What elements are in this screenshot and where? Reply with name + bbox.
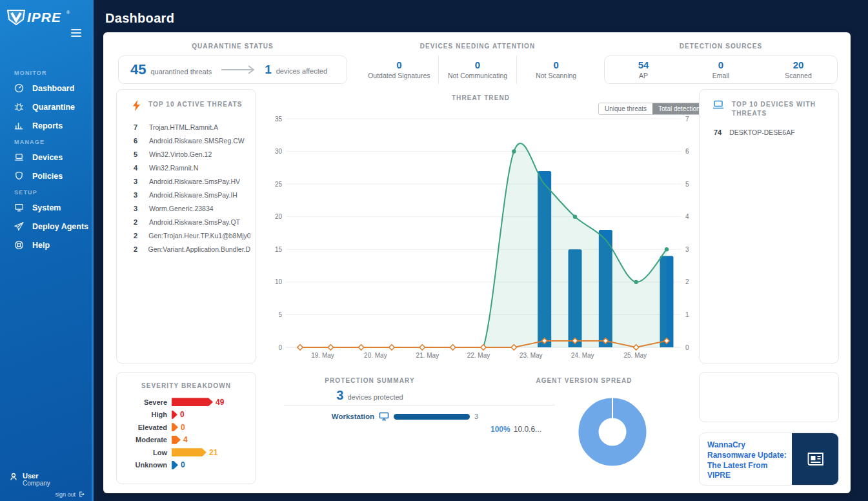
threat-name: Android.Riskware.SmsPay.QT — [149, 218, 240, 226]
severity-label: Moderate — [117, 436, 167, 444]
threat-name: Win32.Virtob.Gen.12 — [149, 150, 212, 158]
threat-list-item[interactable]: 2Android.Riskware.SmsPay.QT — [117, 215, 256, 229]
sidebar-item-label: System — [32, 203, 61, 212]
threat-count: 2 — [134, 245, 142, 253]
workstation-monitor-icon — [379, 412, 389, 421]
svg-text:3: 3 — [685, 246, 689, 253]
agent-version-legend: 100% 10.0.6... — [490, 425, 541, 434]
stat-label: Not Communicating — [448, 72, 507, 79]
detection-sources-card: 54AP0Email20Scanned — [604, 56, 838, 84]
nav-section-label: MANAGE — [0, 135, 92, 148]
svg-text:2: 2 — [685, 278, 689, 285]
stat-label: Scanned — [785, 72, 811, 79]
severity-bar — [172, 398, 213, 406]
svg-text:5: 5 — [685, 181, 689, 188]
threat-count: 5 — [134, 150, 143, 158]
threat-name: Android.Riskware.SMSReg.CW — [149, 137, 245, 145]
device-list-item[interactable]: 74DESKTOP-DESE6AF — [700, 122, 838, 139]
threat-list-item[interactable]: 4Win32.Ramnit.N — [117, 161, 256, 174]
menu-toggle-icon[interactable] — [71, 27, 81, 39]
stat-value: 0 — [554, 60, 559, 70]
user-block[interactable]: User Company — [9, 472, 50, 487]
severity-value: 4 — [183, 435, 188, 444]
protection-title: PROTECTION SUMMARY — [276, 377, 463, 384]
empty-card — [699, 372, 839, 422]
sidebar-item-quarantine[interactable]: Quarantine — [0, 97, 92, 116]
sidebar-item-devices[interactable]: Devices — [0, 148, 92, 167]
threat-list-item[interactable]: 2Gen:Variant.Application.Bundler.Dow.. — [117, 242, 256, 256]
severity-row-high: High0 — [117, 409, 256, 422]
svg-text:0: 0 — [685, 344, 689, 351]
severity-row-severe: Severe49 — [117, 396, 256, 409]
top-threats-title: TOP 10 ACTIVE THREATS — [148, 100, 243, 109]
threat-count: 3 — [134, 178, 143, 185]
sidebar-item-label: Quarantine — [32, 103, 75, 112]
svg-text:5: 5 — [278, 311, 282, 318]
sidebar: IPRE ® MONITORDashboardQuarantineReports… — [0, 0, 94, 501]
logout-icon — [78, 491, 85, 498]
threat-count: 4 — [134, 164, 143, 172]
sidebar-item-system[interactable]: System — [0, 198, 92, 217]
svg-text:10: 10 — [275, 278, 283, 285]
threat-count: 2 — [134, 218, 143, 226]
news-link[interactable]: WannaCry Ransomware Update: The Latest F… — [700, 433, 792, 485]
stat-value: 0 — [718, 60, 723, 70]
threat-trend-svg: 051015202530350123456719. May20. May21. … — [267, 112, 698, 362]
news-icon-box[interactable] — [792, 433, 838, 485]
stat-label: Email — [712, 72, 729, 79]
svg-text:®: ® — [66, 10, 70, 15]
sign-out-button[interactable]: sign out — [55, 491, 85, 498]
nav-section-label: SETUP — [0, 185, 92, 198]
threat-list-item[interactable]: 5Win32.Virtob.Gen.12 — [117, 147, 256, 161]
svg-text:6: 6 — [685, 148, 689, 155]
workstation-value: 3 — [474, 413, 478, 420]
stat-value: 20 — [793, 60, 804, 70]
sidebar-item-deploy-agents[interactable]: Deploy Agents — [0, 217, 92, 236]
sidebar-item-label: Help — [32, 241, 50, 250]
svg-text:25. May: 25. May — [623, 352, 647, 359]
threat-trend-chart[interactable]: 051015202530350123456719. May20. May21. … — [267, 112, 698, 362]
agent-version-donut[interactable] — [577, 396, 648, 467]
threat-count: 3 — [134, 191, 143, 199]
threat-list-item[interactable]: 2Gen:Trojan.Heur.TP.Ku1@b8Mjy0ci — [117, 229, 256, 242]
sidebar-item-help[interactable]: Help — [0, 236, 92, 254]
devices-protected-value: 3 — [336, 388, 343, 403]
svg-text:20: 20 — [275, 213, 283, 220]
sidebar-item-label: Dashboard — [32, 84, 74, 93]
severity-bar — [172, 461, 178, 469]
threat-list-item[interactable]: 7Trojan.HTML.Ramnit.A — [117, 120, 256, 134]
agent-version-pct: 100% — [490, 425, 510, 434]
agent-version-label: 10.0.6... — [514, 425, 541, 434]
threat-list-item[interactable]: 3Android.Riskware.SmsPay.HV — [117, 174, 256, 188]
severity-bar — [172, 423, 178, 431]
svg-text:35: 35 — [275, 116, 283, 123]
newspaper-icon — [805, 451, 825, 467]
paper-plane-icon — [14, 221, 24, 231]
svg-text:21. May: 21. May — [416, 352, 439, 359]
shield-icon — [14, 171, 24, 181]
vipre-logo[interactable]: IPRE ® — [0, 0, 92, 28]
threat-list-item[interactable]: 3Android.Riskware.SmsPay.IH — [117, 188, 256, 201]
stat-value: 0 — [396, 60, 401, 70]
devices-attention-stats: 0Outdated Signatures0Not Communicating0N… — [360, 56, 595, 84]
severity-rows: Severe49High0Elevated0Moderate4Low21Unkn… — [117, 396, 256, 471]
threat-name: Win32.Ramnit.N — [149, 164, 198, 172]
sidebar-item-policies[interactable]: Policies — [0, 167, 92, 185]
quarantine-status-card: 45 quarantined threats 1 devices affecte… — [118, 56, 347, 84]
bar-chart-icon — [14, 121, 24, 130]
svg-text:22. May: 22. May — [467, 352, 490, 359]
threat-trend-title: THREAT TREND — [381, 94, 581, 101]
stat-not-communicating: 0Not Communicating — [438, 56, 517, 84]
svg-text:7: 7 — [685, 116, 689, 123]
threat-list-item[interactable]: 3Worm.Generic.23834 — [117, 201, 256, 215]
severity-bar — [172, 411, 177, 419]
devices-affected-label: devices affected — [276, 67, 327, 75]
detection-sources-title: DETECTION SOURCES — [604, 43, 838, 50]
workstation-row: Workstation 3 — [297, 412, 555, 421]
threat-count: 7 — [134, 123, 143, 131]
nav-section-label: MONITOR — [0, 66, 92, 79]
laptop-icon — [14, 152, 24, 162]
sidebar-item-reports[interactable]: Reports — [0, 116, 92, 135]
sidebar-item-dashboard[interactable]: Dashboard — [0, 79, 92, 97]
threat-list-item[interactable]: 6Android.Riskware.SMSReg.CW — [117, 134, 256, 147]
